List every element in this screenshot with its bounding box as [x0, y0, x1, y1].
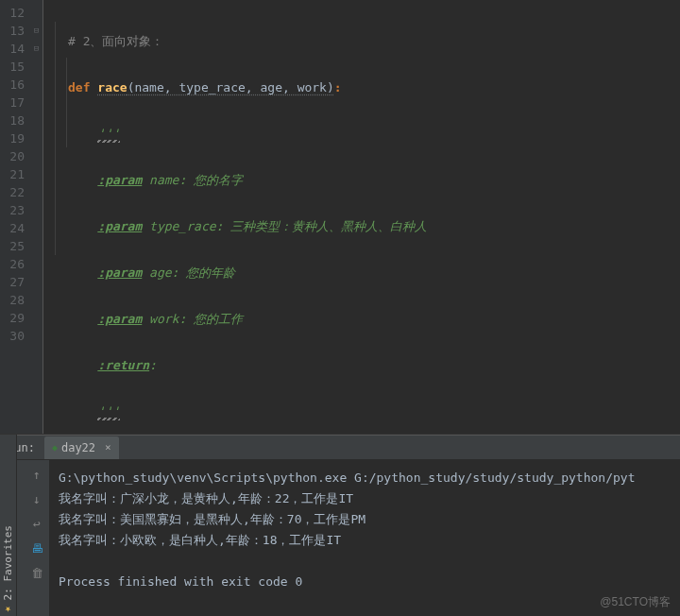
side-tool-strip[interactable]: ★2: Favorites	[0, 435, 17, 616]
soft-wrap-icon[interactable]: ↩	[28, 515, 45, 532]
run-tab-title: day22	[61, 441, 95, 454]
fold-gutter[interactable]: ⊟⊟	[30, 0, 43, 434]
code-editor[interactable]: 121314 151617 181920 212223 242526 27282…	[0, 0, 680, 435]
line-number-gutter: 121314 151617 181920 212223 242526 27282…	[0, 0, 30, 434]
down-icon[interactable]: ↓	[28, 490, 45, 507]
console-output[interactable]: G:\python_study\venv\Scripts\python.exe …	[49, 460, 680, 616]
favorites-star-icon: ★	[2, 604, 14, 616]
code-content[interactable]: # 2、面向对象： def race(name, type_race, age,…	[68, 0, 680, 434]
print-icon[interactable]: 🖶	[28, 539, 45, 556]
indent-guides	[43, 0, 68, 434]
run-header: Run: ◆ day22 ×	[0, 436, 680, 460]
close-icon[interactable]: ×	[105, 441, 111, 453]
trash-icon[interactable]: 🗑	[28, 564, 45, 581]
code-comment: # 2、面向对象：	[68, 34, 163, 48]
python-icon: ◆	[52, 442, 58, 453]
run-tab[interactable]: ◆ day22 ×	[44, 436, 119, 459]
run-toolbar-left2: ↑ ↓ ↩ 🖶 🗑	[25, 460, 49, 616]
run-tool-window: Run: ◆ day22 × ▶ ■ ⏸ ▦ ✖ ? ↑ ↓	[0, 435, 680, 616]
up-icon[interactable]: ↑	[28, 466, 45, 483]
watermark: @51CTO博客	[600, 594, 671, 610]
